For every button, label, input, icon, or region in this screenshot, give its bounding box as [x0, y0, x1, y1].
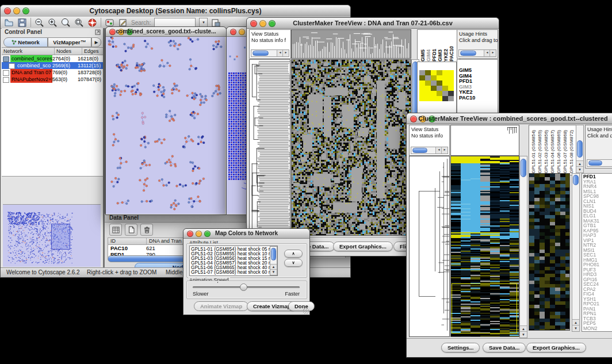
matrix-cell[interactable] [431, 96, 437, 101]
matrix-cell[interactable] [442, 86, 448, 91]
search-dropdown-button[interactable]: ▼ [199, 18, 208, 28]
matrix-cell[interactable] [419, 75, 425, 81]
zoom-fit-icon[interactable] [61, 18, 71, 28]
resize-grip[interactable] [303, 308, 309, 314]
view-status-hscrollbar[interactable]: ◂ ▸ [251, 49, 289, 57]
matrix-cell[interactable] [431, 91, 437, 96]
matrix-cell[interactable] [442, 81, 448, 86]
tv2-row-dendrogram[interactable] [409, 156, 450, 337]
treeview1-titlebar[interactable]: ClusterMaker TreeView : DNA and Tran 07-… [247, 18, 499, 29]
attribute-select-button[interactable] [109, 224, 122, 236]
tv1-column-dendrogram[interactable] [291, 29, 411, 59]
scroll-down-arrow[interactable]: ▼ [572, 325, 579, 331]
matrix-cell[interactable] [448, 91, 454, 96]
column-header-id[interactable]: ID [108, 238, 147, 244]
matrix-cell[interactable] [431, 70, 437, 75]
attribute-listbox[interactable]: GPL51-01 (GSM854) heat shock 05 minGPL51… [189, 246, 278, 276]
move-down-button[interactable]: ∨ [284, 259, 303, 267]
usage-hints-hscrollbar[interactable] [587, 159, 612, 167]
delete-attribute-button[interactable] [140, 224, 153, 236]
matrix-cell[interactable] [437, 91, 442, 96]
scrollbar-thumb[interactable] [573, 175, 579, 185]
matrix-cell[interactable] [442, 75, 448, 81]
dialog-titlebar[interactable]: Map Colors to Network [183, 229, 309, 239]
matrix-cell[interactable] [425, 75, 431, 81]
tv2-collabel-vscrollbar[interactable]: ▲ ▼ [576, 125, 584, 173]
matrix-cell[interactable] [442, 91, 448, 96]
matrix-cell[interactable] [425, 70, 431, 75]
network-row[interactable]: DNA and Tran 07769(0)183728(0) [2, 69, 103, 76]
tv2-heatmap-vscrollbar[interactable]: ▲ ▼ [519, 156, 527, 338]
column-header-nodes[interactable]: Nodes [55, 48, 82, 55]
matrix-cell[interactable] [419, 96, 425, 101]
scroll-right-arrow[interactable]: ▸ [489, 50, 496, 56]
network-view-titlebar[interactable]: combined_scores_good.txt--cluste... [106, 27, 226, 37]
treeview2-titlebar[interactable]: ClusterMaker TreeView : combined_scores_… [407, 113, 612, 124]
matrix-cell[interactable] [448, 86, 454, 91]
search-input[interactable] [154, 18, 196, 28]
tab-network[interactable]: Network [3, 37, 48, 47]
birdseye-view[interactable] [3, 204, 101, 267]
matrix-cell[interactable] [437, 81, 442, 86]
tv2-column-dendrogram[interactable] [450, 125, 519, 156]
vizmapper-icon[interactable] [105, 18, 114, 28]
matrix-cell[interactable] [437, 70, 442, 75]
scrollbar-thumb[interactable] [521, 159, 526, 177]
column-header-network[interactable]: Network [2, 48, 55, 55]
tab-vizmapper[interactable]: VizMapper™ [48, 37, 92, 47]
matrix-cell[interactable] [419, 91, 425, 96]
import-table-icon[interactable] [211, 18, 221, 28]
settings-button[interactable]: Settings... [441, 343, 480, 352]
scrollbar-thumb[interactable] [577, 140, 583, 158]
close-button[interactable] [230, 29, 236, 35]
float-panel-icon[interactable] [95, 29, 101, 35]
matrix-cell[interactable] [448, 70, 454, 75]
matrix-cell[interactable] [431, 81, 437, 86]
zoom-out-icon[interactable] [35, 18, 44, 28]
tv2-zoom-vscrollbar[interactable]: ▲ ▼ [572, 173, 580, 332]
scrollbar-thumb[interactable] [412, 148, 427, 153]
matrix-cell[interactable] [425, 81, 431, 86]
zoom-selected-icon[interactable] [74, 18, 84, 28]
network-row[interactable]: combined_scores2764(0)16218(0) [2, 55, 103, 62]
scrollbar-thumb[interactable] [460, 51, 476, 56]
scroll-right-arrow[interactable]: ▸ [441, 147, 447, 154]
matrix-cell[interactable] [431, 75, 437, 81]
done-button[interactable]: Done [288, 301, 315, 311]
new-attribute-button[interactable] [125, 224, 137, 236]
network-row[interactable]: RNAPuberNov2+|563(0)107847(0) [2, 76, 103, 83]
annotation-icon[interactable] [118, 18, 128, 28]
help-icon[interactable] [87, 18, 97, 28]
matrix-cell[interactable] [419, 86, 425, 91]
attribute-list-vscrollbar[interactable]: ▲ ▼ [270, 246, 277, 275]
matrix-cell[interactable] [431, 86, 437, 91]
matrix-cell[interactable] [448, 81, 454, 86]
matrix-cell[interactable] [437, 86, 442, 91]
scroll-down-arrow[interactable]: ▼ [576, 166, 583, 173]
tv1-row-dendrogram[interactable] [249, 59, 290, 236]
matrix-cell[interactable] [425, 91, 431, 96]
tv1-correlation-matrix[interactable] [419, 70, 454, 101]
matrix-cell[interactable] [448, 96, 454, 101]
tv2-zoom-heatmap[interactable] [529, 173, 570, 331]
tv1-heatmap[interactable] [291, 59, 411, 236]
matrix-cell[interactable] [437, 96, 442, 101]
scroll-down-arrow[interactable]: ▼ [270, 269, 277, 275]
export-graphics-button[interactable]: Export Graphics... [526, 343, 586, 352]
network-canvas[interactable] [106, 37, 225, 214]
scrollbar-thumb[interactable] [271, 248, 276, 260]
view-status-hscrollbar[interactable]: ◂ ▸ [411, 147, 448, 154]
scroll-right-arrow[interactable]: ▸ [282, 50, 289, 56]
usage-hints-hscrollbar[interactable]: ◂ ▸ [458, 49, 496, 57]
matrix-cell[interactable] [437, 75, 442, 81]
matrix-cell[interactable] [442, 96, 448, 101]
export-graphics-button[interactable]: Export Graphics... [333, 242, 393, 251]
main-titlebar[interactable]: Cytoscape Desktop (Session Name: collins… [1, 5, 350, 17]
network-row[interactable]: combined_sco2569(6)13112(15) [2, 62, 103, 69]
matrix-cell[interactable] [425, 96, 431, 101]
scroll-down-arrow[interactable]: ▼ [520, 331, 527, 338]
list-item[interactable]: GPL51-07 (GSM868) heat shock 60 min [191, 270, 277, 274]
scrollbar-thumb[interactable] [253, 51, 269, 56]
open-file-icon[interactable] [4, 18, 14, 28]
save-session-icon[interactable] [17, 18, 27, 28]
